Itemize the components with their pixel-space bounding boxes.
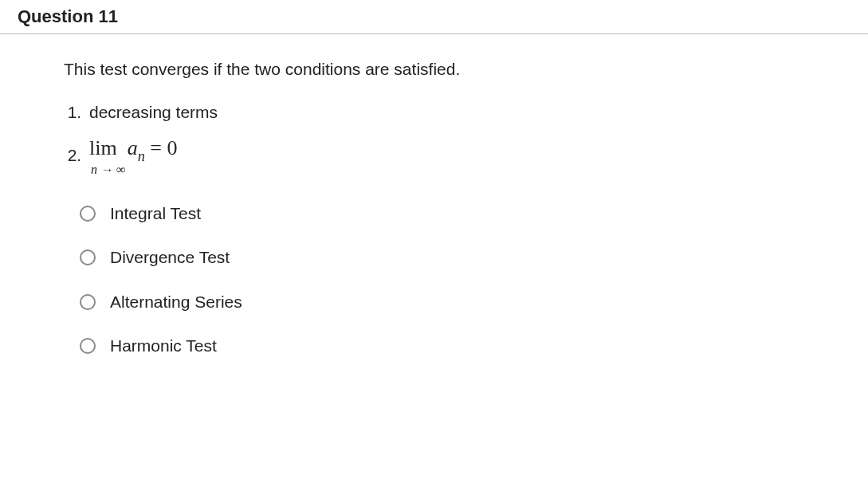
condition-2: lim an = 0 n → ∞ [86, 137, 868, 177]
option-harmonic-test[interactable]: Harmonic Test [80, 333, 868, 359]
radio-icon [80, 206, 96, 222]
radio-icon [80, 249, 96, 265]
lim-text: lim [89, 136, 117, 159]
radio-icon [80, 294, 96, 310]
option-label: Alternating Series [110, 289, 242, 315]
term-a: a [128, 136, 138, 159]
subscript-n: n [138, 148, 145, 164]
option-integral-test[interactable]: Integral Test [80, 201, 868, 226]
question-prompt: This test converges if the two condition… [64, 57, 868, 82]
option-label: Integral Test [110, 201, 201, 226]
condition-1: decreasing terms [86, 100, 868, 125]
option-divergence-test[interactable]: Divergence Test [80, 245, 868, 270]
option-label: Harmonic Test [110, 333, 217, 359]
equals-zero: = 0 [150, 136, 177, 159]
option-alternating-series[interactable]: Alternating Series [80, 289, 868, 315]
question-header: Question 11 [0, 0, 868, 34]
limit-approach: n → ∞ [89, 163, 177, 177]
radio-icon [80, 338, 96, 354]
limit-expression: lim an = 0 n → ∞ [89, 137, 177, 177]
answer-options: Integral Test Divergence Test Alternatin… [64, 201, 868, 359]
question-content: This test converges if the two condition… [0, 34, 868, 359]
conditions-list: decreasing terms lim an = 0 n → ∞ [64, 100, 868, 177]
option-label: Divergence Test [110, 245, 230, 270]
